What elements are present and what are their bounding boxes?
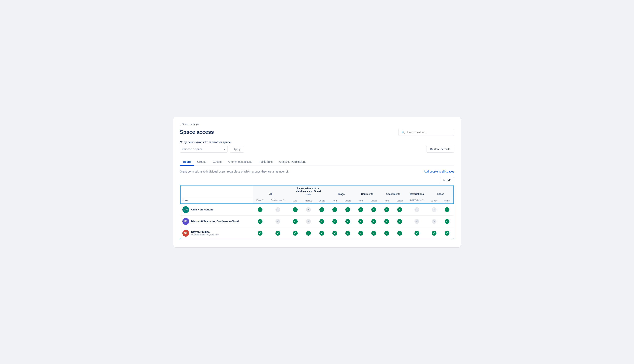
tab-public-links[interactable]: Public links [256,158,276,166]
col-group-all: All [253,185,289,197]
perm-blogs-delete: ✓ [341,204,354,216]
check-icon: ✓ [306,231,311,236]
cross-icon: ✕ [275,219,280,224]
perm-restrictions: ✕ [406,204,428,216]
user-name: Microsoft Teams for Confluence Cloud [191,220,239,223]
check-icon: ✓ [293,231,298,236]
check-icon: ✓ [319,219,324,224]
pencil-icon: ✏ [443,178,445,182]
info-icon-view: ⓘ [262,199,264,202]
perm-all-view: ✓ [253,216,267,227]
check-icon: ✓ [432,231,436,236]
page-title: Space access [180,129,214,135]
check-icon: ✓ [358,231,363,236]
back-link[interactable]: ‹ Space settings [180,122,199,126]
perm-attachments-add: ✓ [380,204,393,216]
check-icon: ✓ [332,207,337,212]
perm-attachments-add: ✓ [380,227,393,239]
sub-restrictions: Add/Delete ⓘ [406,197,428,204]
tabs-row: Users Groups Guests Anonymous access Pub… [180,158,454,166]
check-icon: ✓ [397,219,402,224]
perm-pages-delete: ✓ [315,204,328,216]
check-icon: ✓ [319,207,324,212]
user-info: Chat Notifications [191,208,213,211]
permissions-table: All Pages, whiteboards,databases, and Sm… [180,185,454,239]
sub-all-delete-own: Delete own ⓘ [267,197,289,204]
perm-all-view: ✓ [253,204,267,216]
back-link-label: Space settings [182,122,199,126]
cross-icon: ✕ [306,207,311,212]
perm-pages-add: ✓ [289,204,302,216]
perm-space-export: ✕ [428,204,441,216]
perm-blogs-add: ✓ [328,204,341,216]
check-icon: ✓ [258,207,262,212]
sub-comments-delete: Delete [367,197,380,204]
cross-icon: ✕ [275,207,280,212]
perm-comments-add: ✓ [354,216,367,227]
check-icon: ✓ [345,219,350,224]
search-input[interactable] [406,131,451,134]
table-row: MC Microsoft Teams for Confluence Cloud … [180,216,454,227]
check-icon: ✓ [371,219,376,224]
apply-button[interactable]: Apply [230,146,244,152]
perm-space-export: ✓ [428,227,441,239]
perm-all-delete-own: ✕ [267,216,289,227]
check-icon: ✓ [332,231,337,236]
perm-blogs-add: ✓ [328,227,341,239]
restore-defaults-button[interactable]: Restore defaults [426,146,454,152]
user-cell: MC Microsoft Teams for Confluence Cloud [180,216,253,227]
perm-pages-archive: ✓ [302,227,315,239]
col-group-comments: Comments [354,185,380,197]
check-icon: ✓ [445,231,449,236]
check-icon: ✓ [345,207,350,212]
cross-icon: ✕ [432,219,436,224]
cross-icon: ✕ [306,219,311,224]
check-icon: ✓ [384,231,389,236]
tab-anonymous[interactable]: Anonymous access [225,158,255,166]
avatar: CN [182,206,189,213]
perm-all-view: ✓ [253,227,267,239]
search-box[interactable]: 🔍 [398,129,454,136]
choose-space-select[interactable]: Choose a space ▾ [180,146,228,152]
sub-all-view: View ⓘ [253,197,267,204]
edit-button[interactable]: ✏ Edit [440,177,454,183]
check-icon: ✓ [397,231,402,236]
grant-text: Grant permissions to individual users, r… [180,170,289,173]
perm-pages-add: ✓ [289,227,302,239]
perm-pages-add: ✓ [289,216,302,227]
check-icon: ✓ [445,207,449,212]
user-name: Chat Notifications [191,208,213,211]
tab-guests[interactable]: Guests [210,158,225,166]
perm-pages-archive: ✕ [302,216,315,227]
table-row: SP Steven Phillips stevenphillips@anytru… [180,227,454,239]
perm-comments-delete: ✓ [367,204,380,216]
permissions-section-box: All Pages, whiteboards,databases, and Sm… [180,185,454,240]
add-people-link[interactable]: Add people to all spaces [424,170,454,173]
user-email: stevenphillips@anytrust.dev [191,234,219,236]
back-arrow-icon: ‹ [180,122,181,126]
check-icon: ✓ [293,219,298,224]
user-cell: CN Chat Notifications [180,204,253,216]
perm-blogs-delete: ✓ [341,216,354,227]
sub-blogs-add: Add [328,197,341,204]
edit-label: Edit [446,178,451,182]
check-icon: ✓ [345,231,350,236]
copy-permissions-label: Copy permissions from another space [180,140,454,144]
check-icon: ✓ [414,231,419,236]
chevron-down-icon: ▾ [224,148,225,150]
check-icon: ✓ [332,219,337,224]
perm-comments-add: ✓ [354,227,367,239]
cross-icon: ✕ [414,219,419,224]
check-icon: ✓ [371,207,376,212]
tab-users[interactable]: Users [180,158,194,166]
sub-attachments-add: Add [380,197,393,204]
tab-groups[interactable]: Groups [194,158,210,166]
perm-attachments-add: ✓ [380,216,393,227]
permissions-table-scroll: All Pages, whiteboards,databases, and Sm… [180,185,454,240]
tab-analytics[interactable]: Analytics Permissions [276,158,309,166]
sub-blogs-delete: Delete [341,197,354,204]
perm-comments-add: ✓ [354,204,367,216]
grant-row: Grant permissions to individual users, r… [180,170,454,173]
copy-left: Choose a space ▾ Apply [180,146,244,152]
sub-space-admin: Admin [441,197,454,204]
